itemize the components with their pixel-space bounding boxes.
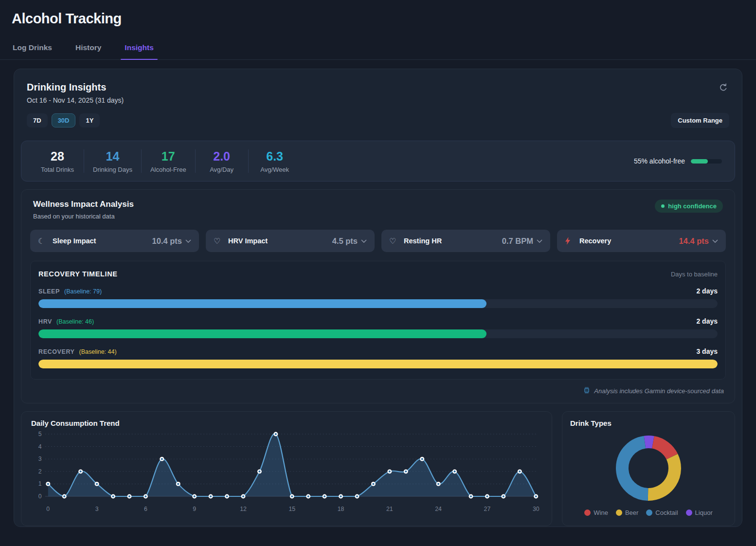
- timeline-metric-label: SLEEP: [38, 288, 60, 295]
- daily-consumption-trend-chart: 012345036912151821242730: [31, 427, 542, 518]
- legend-item-cocktail[interactable]: Cocktail: [646, 509, 678, 516]
- svg-text:24: 24: [435, 506, 442, 512]
- metric-label: HRV Impact: [228, 237, 268, 245]
- legend-item-liquor[interactable]: Liquor: [686, 509, 713, 516]
- svg-text:4: 4: [38, 443, 42, 450]
- wellness-title: Wellness Impact Analysis: [33, 200, 134, 209]
- legend-item-wine[interactable]: Wine: [584, 509, 608, 516]
- garmin-footnote: Analysis includes Garmin device-sourced …: [30, 387, 726, 395]
- svg-text:5: 5: [38, 431, 42, 437]
- alcohol-free-progress: 55% alcohol-free: [634, 157, 722, 165]
- panel-header-text: Drinking Insights Oct 16 - Nov 14, 2025 …: [27, 82, 124, 104]
- legend-item-beer[interactable]: Beer: [616, 509, 638, 516]
- range-7d-button[interactable]: 7D: [27, 113, 48, 127]
- timeline-bar-fill: [38, 299, 486, 308]
- drink-types-donut-chart: [571, 427, 726, 508]
- metric-cards-row: ☾ Sleep Impact 10.4 pts ♡ HRV Impact 4.5…: [30, 230, 726, 252]
- stat-alcohol-free: 17 Alcohol-Free: [144, 149, 192, 173]
- panel-title: Drinking Insights: [27, 82, 124, 93]
- legend-label: Cocktail: [655, 509, 678, 516]
- metric-value: 14.4 pts: [679, 237, 709, 246]
- svg-text:12: 12: [240, 506, 247, 512]
- divider: [248, 149, 249, 173]
- chevron-down-icon: [537, 239, 542, 243]
- summary-stats-bar: 28 Total Drinks 14 Drinking Days 17 Alco…: [21, 141, 735, 182]
- days-to-baseline-label: Days to baseline: [671, 271, 718, 278]
- watch-icon: [583, 387, 590, 395]
- sleep-impact-card[interactable]: ☾ Sleep Impact 10.4 pts: [30, 230, 199, 252]
- timeline-bar-track: [38, 329, 718, 338]
- wellness-header-text: Wellness Impact Analysis Based on your h…: [33, 200, 134, 220]
- recovery-timeline-title: RECOVERY TIMELINE: [38, 270, 117, 278]
- trend-chart-title: Daily Consumption Trend: [31, 419, 542, 427]
- timeline-row-hrv: HRV (Baseline: 46) 2 days: [38, 317, 718, 338]
- tab-log-drinks[interactable]: Log Drinks: [12, 40, 53, 59]
- drink-types-card: Drink Types Wine Beer Cocktail: [562, 411, 735, 526]
- svg-text:1: 1: [38, 481, 42, 488]
- svg-text:15: 15: [288, 506, 295, 512]
- timeline-row-sleep: SLEEP (Baseline: 79) 2 days: [38, 287, 718, 308]
- alcohol-free-progress-fill: [691, 159, 708, 164]
- svg-text:18: 18: [338, 506, 344, 512]
- tab-history[interactable]: History: [74, 40, 102, 59]
- chevron-down-icon: [185, 239, 191, 243]
- chevron-down-icon: [361, 239, 367, 243]
- metric-value: 10.4 pts: [152, 237, 182, 246]
- svg-text:0: 0: [46, 506, 50, 512]
- wellness-subtitle: Based on your historical data: [33, 213, 134, 220]
- svg-text:9: 9: [193, 506, 196, 512]
- bolt-icon: [565, 237, 576, 245]
- drink-types-title: Drink Types: [570, 419, 727, 427]
- divider: [141, 149, 142, 173]
- stat-label: Total Drinks: [41, 166, 74, 173]
- tab-bar: Log Drinks History Insights: [0, 40, 756, 60]
- recovery-card[interactable]: Recovery 14.4 pts: [557, 230, 726, 252]
- legend-dot: [616, 510, 622, 516]
- timeline-days-value: 3 days: [696, 347, 718, 355]
- refresh-button[interactable]: [718, 82, 729, 95]
- stat-value: 2.0: [213, 149, 230, 164]
- confidence-label: high confidence: [668, 202, 717, 210]
- custom-range-button[interactable]: Custom Range: [671, 113, 729, 128]
- stat-drinking-days: 14 Drinking Days: [87, 149, 138, 173]
- stat-value: 28: [51, 149, 64, 164]
- alcohol-free-progress-track: [691, 159, 722, 164]
- tab-insights[interactable]: Insights: [124, 40, 154, 59]
- timeline-bar-track: [38, 360, 718, 368]
- svg-text:30: 30: [533, 506, 540, 512]
- range-button-group: 7D 30D 1Y: [27, 113, 100, 127]
- timeline-bar-fill: [38, 329, 486, 338]
- svg-text:2: 2: [38, 468, 42, 475]
- metric-label: Sleep Impact: [53, 237, 96, 245]
- stat-avg-day: 2.0 Avg/Day: [198, 149, 245, 173]
- stat-avg-week: 6.3 Avg/Week: [252, 149, 298, 173]
- timeline-row-recovery: RECOVERY (Baseline: 44) 3 days: [38, 347, 718, 368]
- range-30d-button[interactable]: 30D: [52, 113, 76, 127]
- stat-label: Alcohol-Free: [150, 166, 186, 173]
- metric-value: 0.7 BPM: [502, 237, 533, 246]
- hrv-impact-card[interactable]: ♡ HRV Impact 4.5 pts: [206, 230, 375, 252]
- timeline-metric-label: HRV: [38, 318, 52, 325]
- metric-label: Resting HR: [404, 237, 442, 245]
- svg-text:3: 3: [38, 455, 42, 462]
- timeline-days-value: 2 days: [696, 287, 718, 295]
- timeline-bar-fill: [38, 360, 718, 368]
- stat-label: Drinking Days: [93, 166, 132, 173]
- legend-label: Beer: [625, 509, 638, 516]
- confidence-dot-icon: [661, 204, 665, 208]
- legend-dot: [646, 510, 652, 516]
- range-1y-button[interactable]: 1Y: [79, 113, 100, 127]
- recovery-timeline-card: RECOVERY TIMELINE Days to baseline SLEEP…: [30, 261, 726, 380]
- resting-hr-card[interactable]: ♡ Resting HR 0.7 BPM: [381, 230, 550, 252]
- legend-dot: [686, 510, 692, 516]
- stat-value: 6.3: [266, 149, 283, 164]
- refresh-icon: [719, 87, 728, 94]
- stat-label: Avg/Day: [210, 166, 234, 173]
- drink-types-legend: Wine Beer Cocktail Liquor: [570, 509, 727, 516]
- stat-label: Avg/Week: [260, 166, 289, 173]
- moon-icon: ☾: [38, 237, 49, 246]
- stat-total-drinks: 28 Total Drinks: [34, 149, 81, 173]
- heart-icon: ♡: [389, 237, 400, 246]
- alcohol-free-label: 55% alcohol-free: [634, 157, 685, 165]
- stat-value: 14: [106, 149, 120, 164]
